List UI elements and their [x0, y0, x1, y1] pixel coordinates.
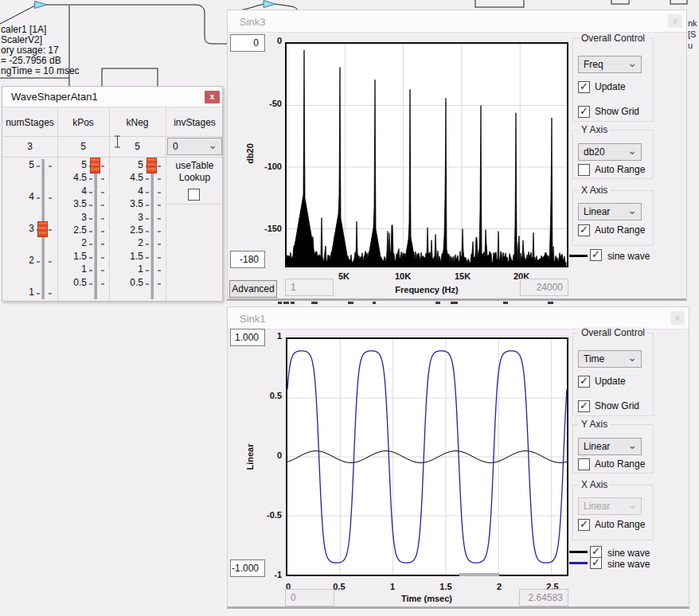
slider-tick-mark — [101, 178, 104, 180]
domain-dropdown[interactable]: Freq ⌄ — [578, 56, 642, 73]
slider-tick-mark — [101, 257, 104, 259]
slider-tick-label: 5 — [2, 159, 34, 170]
slider-track[interactable] — [94, 159, 97, 299]
check-icon: ✓ — [580, 107, 589, 116]
x-max-field[interactable]: 2.64583 — [519, 589, 568, 606]
spectrum-plot — [285, 42, 568, 267]
trace-label: sine wave — [607, 559, 650, 570]
check-icon: ✓ — [592, 558, 601, 567]
x-auto-range-checkbox[interactable]: ✓ — [578, 519, 590, 531]
use-table-lookup-checkbox[interactable]: ✓ — [188, 189, 200, 201]
slider-tick-label: 1 — [2, 287, 34, 298]
x-tick: 1.5 — [426, 582, 466, 591]
chevron-down-icon: ⌄ — [627, 144, 637, 157]
x-tick: 10K — [383, 271, 423, 281]
slider-handle[interactable] — [146, 158, 157, 173]
slider-tick-mark — [158, 218, 161, 220]
domain-dropdown[interactable]: Time ⌄ — [578, 350, 642, 368]
sink1-titlebar[interactable]: Sink1 x — [228, 307, 689, 329]
x-axis-group: X Axis Linear ⌄ ✓ Auto Range — [572, 485, 654, 540]
waveform-trace — [287, 339, 567, 575]
close-icon[interactable]: x — [668, 14, 682, 28]
x-tick: 2 — [479, 582, 519, 591]
chevron-down-icon: ⌄ — [627, 351, 637, 364]
slider-tick-label: 4.5 — [2, 172, 143, 183]
y-axis-label: Linear — [245, 443, 255, 470]
check-icon: ✓ — [592, 250, 601, 259]
slider-tick-label: 0.5 — [2, 277, 143, 288]
slider-tick-mark — [146, 270, 149, 271]
chevron-down-icon: ⌄ — [627, 439, 637, 451]
show-grid-checkbox[interactable]: ✓ — [578, 400, 590, 412]
x-tick: 1 — [373, 582, 412, 591]
slider-tick-mark — [49, 261, 52, 263]
group-title: X Axis — [579, 185, 610, 196]
x-auto-range-checkbox[interactable]: ✓ — [578, 224, 590, 236]
slider-tick-mark — [37, 293, 40, 294]
chevron-down-icon: ⌄ — [627, 57, 637, 69]
y-tick: -50 — [250, 99, 282, 108]
update-checkbox[interactable]: ✓ — [578, 81, 590, 93]
x-axis-label: Time (msec) — [347, 594, 506, 603]
dialog-titlebar[interactable]: WaveShaperAtan1 — [2, 87, 222, 107]
y-tick: 0 — [250, 36, 282, 45]
y-axis-label: db20 — [245, 143, 255, 164]
slider-tick-label: 5 — [2, 159, 143, 170]
slider-tick-mark — [158, 283, 161, 285]
y-tick: 0.5 — [250, 391, 282, 400]
slider-track[interactable] — [150, 159, 154, 299]
y-auto-range-checkbox[interactable]: ✓ — [578, 458, 590, 470]
slider-tick-mark — [146, 205, 149, 206]
row-divider — [2, 136, 222, 137]
text-cursor-icon — [114, 135, 121, 148]
slider-tick-mark — [146, 178, 149, 180]
slider-tick-mark — [146, 192, 149, 193]
y-axis-group: Y Axis Linear ⌄ ✓ Auto Range — [572, 424, 654, 474]
trace-color-swatch — [569, 255, 588, 257]
y-auto-range-checkbox[interactable]: ✓ — [578, 164, 590, 176]
slider-tick-label: 3 — [2, 223, 34, 234]
invstages-dropdown[interactable]: 0 ⌄ — [167, 138, 222, 155]
y-scale-dropdown[interactable]: Linear ⌄ — [578, 438, 642, 455]
overall-control-group: Overall Control Time ⌄ ✓ Update ✓ Show G… — [572, 333, 654, 416]
slider-handle[interactable] — [37, 221, 48, 237]
show-grid-checkbox[interactable]: ✓ — [578, 106, 590, 118]
sink3-titlebar[interactable]: Sink3 x — [228, 10, 686, 33]
slider-tick-label: 0.5 — [2, 277, 87, 288]
param-value-field[interactable]: 5 — [57, 141, 109, 152]
slider-tick-mark — [89, 231, 92, 232]
check-icon: ✓ — [580, 376, 589, 386]
slider-tick-mark — [101, 244, 104, 245]
update-checkbox[interactable]: ✓ — [578, 376, 590, 388]
time-plot — [286, 337, 568, 576]
slider-tick-mark — [37, 197, 40, 199]
scrollbar-thumb[interactable] — [459, 573, 499, 576]
advanced-button[interactable]: Advanced — [229, 280, 277, 298]
slider-tick-label: 3.5 — [2, 198, 87, 209]
x-scale-dropdown[interactable]: Linear ⌄ — [578, 203, 642, 220]
group-title: Overall Control — [579, 327, 647, 338]
trace-visibility-checkbox[interactable]: ✓ — [590, 249, 602, 261]
slider-tick-mark — [158, 205, 161, 206]
close-icon[interactable]: x — [205, 91, 220, 103]
row-divider — [2, 157, 222, 158]
y-scale-dropdown[interactable]: db20 ⌄ — [578, 143, 642, 161]
chevron-down-icon: ⌄ — [627, 204, 637, 216]
slider-tick-mark — [158, 244, 161, 245]
close-icon[interactable]: x — [670, 311, 685, 325]
x-axis-group: X Axis Linear ⌄ ✓ Auto Range — [572, 190, 654, 246]
y-min-box[interactable]: -180 — [230, 251, 265, 268]
x-max-field[interactable]: 24000 — [520, 279, 568, 296]
slider-tick-mark — [89, 244, 92, 245]
slider-tick-mark — [158, 192, 161, 193]
x-min-field[interactable]: 1 — [285, 279, 334, 296]
slider-tick-label: 1.5 — [2, 251, 87, 262]
trace-visibility-checkbox[interactable]: ✓ — [590, 557, 602, 569]
x-tick: 15K — [443, 271, 482, 281]
chevron-down-icon: ⌄ — [208, 138, 217, 151]
param-value-field[interactable]: 3 — [2, 141, 57, 152]
slider-tick-mark — [89, 218, 92, 220]
slider-handle[interactable] — [90, 158, 100, 173]
slider-tick-label: 3 — [2, 212, 143, 223]
x-min-field[interactable]: 0 — [285, 589, 334, 606]
